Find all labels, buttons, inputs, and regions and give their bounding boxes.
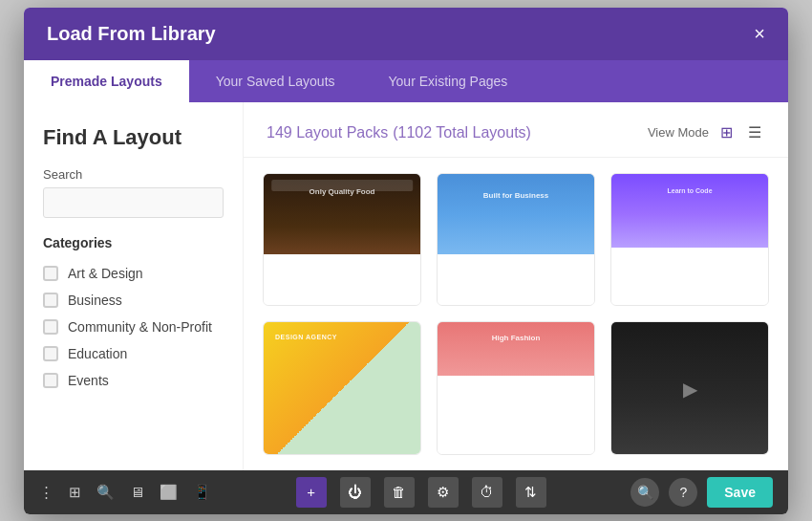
layout-card-lms[interactable]: Learning Management (LMS) Layout Pack — [610, 173, 769, 307]
settings-button[interactable]: ⚙ — [428, 477, 459, 508]
view-mode-controls: View Mode ⊞ ☰ — [648, 119, 765, 145]
content-header: 149 Layout Packs (1102 Total Layouts) Vi… — [244, 102, 788, 158]
category-checkbox-community — [43, 319, 58, 335]
card-image-fashion — [438, 322, 594, 455]
layout-count: 149 Layout Packs (1102 Total Layouts) — [267, 122, 531, 142]
sidebar: Find A Layout Search Categories Art & De… — [24, 102, 244, 470]
mobile-icon[interactable]: 📱 — [193, 484, 211, 501]
modal-header: Load From Library × — [24, 8, 788, 60]
main-content: 149 Layout Packs (1102 Total Layouts) Vi… — [244, 102, 788, 470]
card-image-lms — [611, 174, 768, 307]
category-checkbox-events — [43, 373, 58, 388]
layout-card-fashion[interactable]: Fashion Layout Pack — [437, 321, 595, 455]
grid-view-icon[interactable]: ⊞ — [716, 119, 737, 145]
layout-card-restaurant[interactable]: Restaurant Layout Pack — [263, 173, 421, 307]
category-business[interactable]: Business — [43, 287, 224, 314]
close-button[interactable]: × — [754, 24, 765, 43]
help-icon[interactable]: ? — [669, 478, 697, 507]
add-button[interactable]: + — [296, 477, 327, 508]
category-checkbox-education — [43, 346, 58, 361]
toolbar-right: 🔍 ? Save — [630, 477, 773, 508]
category-education[interactable]: Education — [43, 340, 224, 367]
grid-icon[interactable]: ⊞ — [69, 484, 81, 501]
delete-button[interactable]: 🗑 — [384, 477, 415, 508]
toolbar-center: + ⏻ 🗑 ⚙ ⏱ ⇅ — [296, 477, 546, 508]
layout-card-agency[interactable]: Agency Layout Pack — [437, 173, 595, 307]
card-image-dark — [611, 322, 768, 455]
list-view-icon[interactable]: ☰ — [744, 119, 765, 145]
sidebar-title: Find A Layout — [43, 125, 224, 150]
save-button[interactable]: Save — [707, 477, 773, 508]
search-label: Search — [43, 167, 224, 182]
layout-card-dark[interactable]: Dark Layout Pack — [610, 321, 769, 455]
categories-title: Categories — [43, 235, 224, 250]
category-checkbox-art — [43, 266, 58, 281]
sort-button[interactable]: ⇅ — [516, 477, 546, 508]
power-button[interactable]: ⏻ — [340, 477, 371, 508]
category-community[interactable]: Community & Non-Profit — [43, 314, 224, 340]
tab-premade[interactable]: Premade Layouts — [24, 60, 189, 102]
toolbar-left: ⋮ ⊞ 🔍 🖥 ⬜ 📱 — [39, 484, 211, 501]
modal-body: Find A Layout Search Categories Art & De… — [24, 102, 788, 470]
card-image-design — [264, 322, 420, 455]
modal-title: Load From Library — [47, 23, 216, 45]
tab-existing-pages[interactable]: Your Existing Pages — [362, 60, 535, 102]
search-input[interactable] — [43, 187, 224, 218]
card-image-restaurant — [264, 174, 420, 307]
layout-card-design[interactable]: Design Agency Layout Pack — [263, 321, 421, 455]
category-events[interactable]: Events — [43, 367, 224, 394]
menu-icon[interactable]: ⋮ — [39, 484, 53, 501]
bottom-toolbar: ⋮ ⊞ 🔍 🖥 ⬜ 📱 + ⏻ 🗑 ⚙ ⏱ ⇅ — [24, 470, 788, 514]
desktop-icon[interactable]: 🖥 — [130, 484, 144, 500]
layouts-grid: Restaurant Layout Pack Agency Layout Pac… — [244, 158, 788, 470]
search-right-icon[interactable]: 🔍 — [630, 478, 659, 507]
modal: Load From Library × Premade Layouts Your… — [24, 8, 788, 514]
tab-saved-layouts[interactable]: Your Saved Layouts — [189, 60, 362, 102]
tabs-bar: Premade Layouts Your Saved Layouts Your … — [24, 60, 788, 102]
card-image-agency — [438, 174, 594, 307]
search-toolbar-icon[interactable]: 🔍 — [96, 484, 115, 501]
category-checkbox-business — [43, 293, 58, 308]
tablet-icon[interactable]: ⬜ — [160, 484, 178, 501]
history-button[interactable]: ⏱ — [472, 477, 502, 508]
category-art-design[interactable]: Art & Design — [43, 260, 224, 287]
